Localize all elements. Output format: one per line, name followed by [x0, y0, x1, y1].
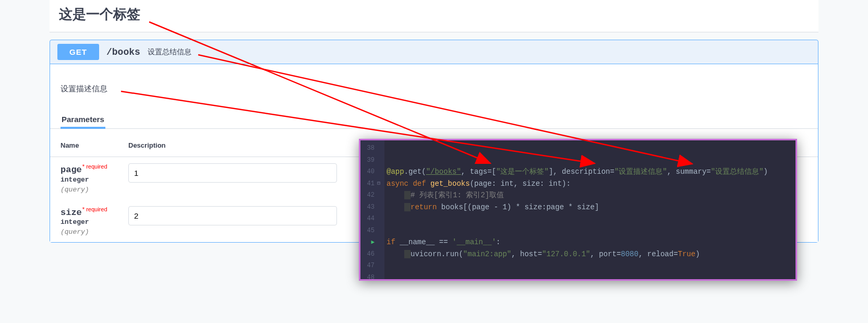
endpoint-path: /books	[106, 47, 140, 57]
run-gutter-icon[interactable]: ▶	[371, 239, 375, 245]
code-editor-overlay: 38 39 40 41 42 43 44 45 ▶ 46 47 48 ⊟ @ap…	[359, 139, 797, 281]
tabs: Parameters	[50, 113, 818, 128]
code-content[interactable]: @app.get("/books", tags=["这是一个标签"], desc…	[384, 140, 795, 279]
param-size-input[interactable]	[128, 206, 337, 225]
tab-parameters[interactable]: Parameters	[61, 113, 105, 129]
required-badge: required	[82, 206, 107, 212]
param-in: (query)	[61, 186, 107, 194]
endpoint-description: 设置描述信息	[50, 64, 818, 113]
col-header-name: Name	[50, 129, 118, 157]
fold-column: ⊟	[377, 140, 384, 279]
tag-header[interactable]: 这是一个标签	[50, 0, 818, 32]
param-type: integer	[61, 218, 107, 226]
operation-summary-bar[interactable]: GET /books 设置总结信息	[50, 40, 818, 64]
param-name: sizerequired	[61, 206, 107, 218]
param-in: (query)	[61, 228, 107, 236]
tag-title: 这是一个标签	[59, 5, 809, 23]
required-badge: required	[82, 163, 107, 170]
endpoint-summary: 设置总结信息	[148, 47, 191, 57]
param-type: integer	[61, 176, 107, 184]
http-method-badge: GET	[57, 44, 99, 60]
param-name: pagerequired	[61, 163, 107, 175]
param-page-input[interactable]	[128, 163, 337, 183]
code-gutter: 38 39 40 41 42 43 44 45 ▶ 46 47 48	[360, 140, 377, 279]
